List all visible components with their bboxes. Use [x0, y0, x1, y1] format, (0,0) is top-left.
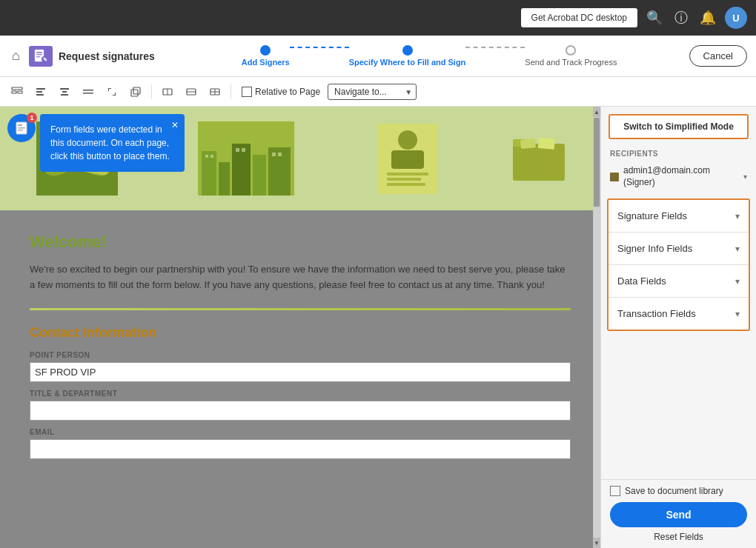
toolbar-icon-8[interactable]: [180, 81, 202, 103]
step-dot-specify: [402, 45, 413, 56]
avatar[interactable]: U: [725, 7, 747, 29]
svg-rect-2: [36, 54, 42, 56]
relative-to-page-label: Relative to Page: [255, 87, 320, 97]
field-group-point-person: POINT PERSON: [30, 351, 571, 382]
transaction-fields-chevron-icon: ▾: [735, 309, 740, 319]
signer-info-fields-section: Signer Info Fields ▾: [609, 233, 749, 265]
scrollbar-up[interactable]: ▲: [593, 107, 600, 117]
navigate-select[interactable]: Navigate to...: [328, 84, 417, 100]
svg-rect-15: [83, 90, 93, 91]
toolbar-separator-2: [231, 84, 231, 99]
svg-rect-8: [18, 91, 22, 93]
toolbar-icon-4[interactable]: [77, 81, 99, 103]
help-icon[interactable]: ⓘ: [672, 6, 691, 30]
right-panel: Switch to Simplified Mode RECIPIENTS adm…: [600, 107, 756, 548]
field-group-email: EMAIL: [30, 428, 571, 459]
svg-rect-46: [272, 153, 276, 156]
svg-rect-14: [61, 94, 68, 96]
svg-rect-12: [60, 88, 69, 90]
notification-close[interactable]: ✕: [171, 118, 179, 132]
doc-icon-wrap: ✎: [29, 46, 53, 67]
document-welcome: Welcome!: [30, 233, 571, 252]
document-intro: We're so excited to begin our partnershi…: [30, 262, 571, 293]
field-group-title-dept: TITLE & DEPARTMENT: [30, 390, 571, 421]
data-fields-header[interactable]: Data Fields ▾: [609, 265, 749, 297]
reset-fields-link[interactable]: Reset Fields: [610, 532, 747, 542]
svg-rect-52: [387, 178, 421, 181]
toolbar-icon-6[interactable]: [125, 81, 147, 103]
transaction-fields-header[interactable]: Transaction Fields ▾: [609, 298, 749, 330]
folder-illustration: [509, 129, 568, 188]
svg-rect-37: [202, 151, 216, 196]
svg-rect-11: [36, 94, 44, 96]
scrollbar-thumb[interactable]: [594, 118, 600, 207]
data-fields-section: Data Fields ▾: [609, 265, 749, 298]
send-button[interactable]: Send: [610, 502, 747, 527]
svg-rect-6: [12, 87, 22, 90]
svg-rect-47: [278, 153, 282, 156]
svg-text:✎: ✎: [42, 57, 47, 62]
toolbar-icon-5[interactable]: [101, 81, 123, 103]
notification-bubble: 1 ✕ Form fields were detected in this do…: [7, 114, 36, 142]
svg-rect-29: [18, 130, 23, 131]
toolbar-icon-1[interactable]: [6, 81, 28, 103]
document-panel[interactable]: 1 ✕ Form fields were detected in this do…: [0, 107, 600, 548]
save-to-library-label[interactable]: Save to document library: [625, 486, 723, 496]
recipient-row[interactable]: admin1@domain.com (Signer) ▾: [601, 161, 756, 193]
step-dot-add-signers: [260, 45, 271, 56]
relative-checkbox[interactable]: [242, 87, 252, 97]
field-label-title-dept: TITLE & DEPARTMENT: [30, 390, 571, 398]
svg-rect-53: [387, 183, 425, 186]
resume-illustration: [378, 124, 437, 194]
toolbar-icon-3[interactable]: [53, 81, 76, 103]
main-area: 1 ✕ Form fields were detected in this do…: [0, 107, 756, 548]
navigate-select-wrap[interactable]: Navigate to... ▼: [322, 84, 417, 100]
toolbar-icon-9[interactable]: [204, 81, 226, 103]
toolbar-icon-2[interactable]: [30, 81, 52, 103]
top-bar: Get Acrobat DC desktop 🔍 ⓘ 🔔 U: [0, 0, 756, 36]
city-illustration: [198, 121, 294, 196]
notification-icon[interactable]: 1: [7, 114, 36, 142]
fields-panel: Signature Fields ▾ Signer Info Fields ▾ …: [607, 198, 750, 331]
svg-rect-3: [36, 56, 40, 58]
svg-rect-13: [62, 91, 67, 93]
get-acrobat-button[interactable]: Get Acrobat DC desktop: [521, 8, 637, 27]
svg-rect-42: [205, 155, 208, 158]
svg-rect-7: [12, 91, 16, 93]
signer-info-fields-header[interactable]: Signer Info Fields ▾: [609, 233, 749, 264]
signature-fields-header[interactable]: Signature Fields ▾: [609, 200, 749, 232]
svg-rect-1: [36, 52, 42, 53]
step-line-2: [465, 47, 525, 48]
input-title-dept[interactable]: [30, 401, 571, 421]
recipient-chevron-icon: ▾: [743, 173, 747, 181]
doc-icon: ✎: [33, 49, 48, 64]
simplified-mode-button[interactable]: Switch to Simplified Mode: [609, 114, 749, 139]
cancel-button[interactable]: Cancel: [689, 45, 747, 67]
svg-rect-40: [253, 155, 266, 196]
document-scrollbar[interactable]: ▲ ▼: [593, 107, 600, 548]
scrollbar-down[interactable]: ▼: [593, 538, 600, 548]
step-label-specify: Specify Where to Fill and Sign: [349, 58, 466, 67]
save-to-library-checkbox[interactable]: [610, 486, 620, 496]
transaction-fields-section: Transaction Fields ▾: [609, 298, 749, 330]
svg-rect-16: [83, 93, 93, 94]
home-icon[interactable]: ⌂: [9, 45, 23, 67]
document-divider: [30, 308, 571, 310]
svg-rect-43: [210, 155, 213, 158]
svg-rect-44: [236, 148, 239, 152]
notification-badge: 1: [27, 113, 37, 123]
search-icon[interactable]: 🔍: [643, 7, 666, 29]
svg-rect-38: [219, 162, 230, 196]
workflow-steps: Add Signers Specify Where to Fill and Si…: [176, 45, 683, 67]
bell-icon[interactable]: 🔔: [697, 7, 719, 29]
toolbar-icon-7[interactable]: [156, 81, 179, 103]
svg-rect-50: [391, 150, 424, 169]
relative-to-page-toggle[interactable]: Relative to Page: [242, 87, 320, 97]
bottom-section: Save to document library Send Reset Fiel…: [601, 479, 756, 548]
signer-info-fields-chevron-icon: ▾: [735, 244, 740, 254]
input-point-person[interactable]: [30, 362, 571, 382]
step-dot-send: [566, 45, 576, 56]
input-email[interactable]: [30, 439, 571, 459]
svg-point-49: [398, 130, 417, 150]
notification-tooltip: ✕ Form fields were detected in this docu…: [40, 114, 185, 172]
